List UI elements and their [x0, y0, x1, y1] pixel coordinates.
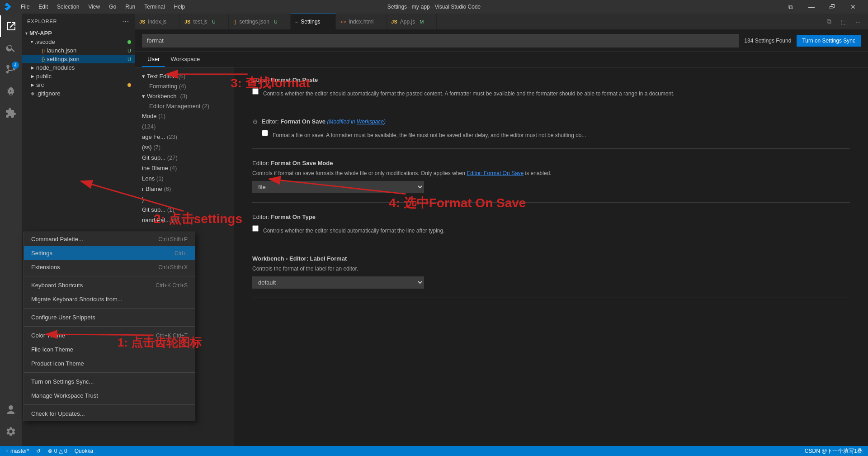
nav-mode[interactable]: Mode (1): [135, 111, 234, 121]
status-bar-left: ⑂ master* ↺ ⊗ 0 △ 0 Quokka: [4, 448, 95, 454]
status-quokka[interactable]: Quokka: [73, 448, 95, 454]
format-on-save-link[interactable]: Editor: Format On Save: [467, 170, 524, 176]
vscode-folder-label: .vscode: [35, 38, 55, 45]
activity-account[interactable]: [0, 399, 22, 421]
menu-help[interactable]: Help: [170, 3, 189, 11]
nav-git-sup2[interactable]: Git sup... (1): [135, 204, 234, 215]
public-label: public: [36, 73, 52, 80]
nav-parens[interactable]: ): [135, 194, 234, 204]
menu-terminal[interactable]: Terminal: [141, 3, 168, 11]
project-name: MY-APP: [29, 30, 52, 37]
activity-search[interactable]: [0, 37, 22, 59]
nav-editor-management[interactable]: Editor Management (2): [135, 101, 234, 111]
status-csdn[interactable]: CSDN @下一个填写1叠: [803, 447, 864, 455]
menu-item-extensions[interactable]: Extensions Ctrl+Shift+X: [24, 260, 195, 274]
tree-item-public[interactable]: ▶ public: [22, 72, 135, 81]
tree-item-root[interactable]: ▾ MY-APP: [22, 29, 135, 38]
nav-124[interactable]: (124): [135, 121, 234, 132]
tree-item-launch-json[interactable]: {} launch.json U: [22, 46, 135, 55]
menu-item-settings[interactable]: Settings Ctrl+,: [24, 246, 195, 260]
settings-body: ▾ Text Editor(6) Formatting (4) ▾ Workbe…: [135, 67, 868, 446]
menu-item-file-icon-theme[interactable]: File Icon Theme: [24, 342, 195, 356]
titlebar: File Edit Selection View Go Run Terminal…: [0, 0, 868, 14]
tab-workspace[interactable]: Workspace: [165, 52, 205, 67]
menu-run[interactable]: Run: [122, 3, 139, 11]
menu-item-turn-on-sync[interactable]: Turn on Settings Sync...: [24, 375, 195, 389]
menu-item-command-palette[interactable]: Command Palette... Ctrl+Shift+P: [24, 232, 195, 246]
tab-test-js[interactable]: JS test.js U ✕: [180, 14, 229, 29]
activity-explorer[interactable]: [0, 15, 22, 37]
sync-settings-button[interactable]: Turn on Settings Sync: [797, 35, 861, 47]
window-btn-layout[interactable]: ⧉: [780, 0, 801, 14]
nav-age-fe[interactable]: age Fe... (23): [135, 132, 234, 142]
menu-item-migrate-keyboard[interactable]: Migrate Keyboard Shortcuts from...: [24, 292, 195, 306]
nav-git-sup[interactable]: Git sup... (27): [135, 152, 234, 163]
nav-text-editor[interactable]: ▾ Text Editor(6): [135, 71, 234, 81]
tree-item-settings-json[interactable]: {} settings.json U: [22, 55, 135, 63]
settings-search-input[interactable]: [142, 34, 739, 48]
format-on-type-title: Editor: Format On Type: [252, 214, 850, 220]
activity-debug[interactable]: [0, 81, 22, 102]
explorer-title: EXPLORER: [27, 19, 57, 24]
settings-content: Editor: Format On Paste Controls whether…: [234, 67, 868, 446]
tab-index-js[interactable]: JS index.js ✕: [135, 14, 180, 29]
menu-item-product-icon-theme[interactable]: Product Icon Theme: [24, 356, 195, 370]
menu-item-color-theme[interactable]: Color Theme Ctrl+K Ctrl+T: [24, 328, 195, 342]
format-on-save-gear[interactable]: ⚙: [252, 118, 258, 125]
tab-user[interactable]: User: [142, 52, 165, 67]
nav-workbench[interactable]: ▾ Workbench(3): [135, 91, 234, 101]
split-editor-button[interactable]: ⧉: [823, 15, 835, 28]
nav-ss[interactable]: (ss) (7): [135, 142, 234, 152]
explorer-more-button[interactable]: ···: [122, 17, 129, 25]
menu-item-keyboard-shortcuts[interactable]: Keyboard Shortcuts Ctrl+K Ctrl+S: [24, 278, 195, 292]
window-title: Settings - my-app - Visual Studio Code: [387, 4, 481, 10]
menu-item-check-updates[interactable]: Check for Updates...: [24, 407, 195, 421]
nav-ine-blame[interactable]: ine Blame (4): [135, 163, 234, 173]
activity-source-control[interactable]: 4: [0, 59, 22, 81]
more-tabs-button[interactable]: ···: [852, 15, 864, 28]
activity-settings[interactable]: [0, 421, 22, 442]
tab-index-html[interactable]: <> index.html ✕: [336, 14, 387, 29]
menu-selection[interactable]: Selection: [53, 3, 83, 11]
snippets-label: Configure User Snippets: [31, 314, 95, 321]
nav-formatting[interactable]: Formatting (4): [135, 81, 234, 91]
color-theme-label: Color Theme: [31, 332, 65, 339]
menu-edit[interactable]: Edit: [35, 3, 52, 11]
keyboard-shortcuts-label: Keyboard Shortcuts: [31, 282, 83, 289]
settings-shortcut: Ctrl+,: [175, 250, 188, 256]
menu-file[interactable]: File: [17, 3, 33, 11]
toggle-panel-button[interactable]: ⬚: [837, 15, 850, 28]
window-btn-maximize[interactable]: 🗗: [822, 0, 843, 14]
menu-item-snippets[interactable]: Configure User Snippets: [24, 310, 195, 324]
tree-item-vscode[interactable]: ▾ .vscode: [22, 38, 135, 46]
status-branch[interactable]: ⑂ master*: [4, 448, 31, 454]
tree-item-src[interactable]: ▶ src: [22, 81, 135, 89]
menu-go[interactable]: Go: [105, 3, 120, 11]
nav-r-blame[interactable]: r Blame (6): [135, 184, 234, 194]
menu-item-workspace-trust[interactable]: Manage Workspace Trust: [24, 389, 195, 403]
settings-toolbar: 134 Settings Found Turn on Settings Sync: [135, 29, 868, 52]
status-errors[interactable]: ⊗ 0 △ 0: [46, 448, 69, 454]
label-format-select[interactable]: default short medium long: [252, 276, 424, 289]
tree-item-gitignore[interactable]: ◆ .gitignore: [22, 89, 135, 98]
nav-lens[interactable]: Lens (1): [135, 173, 234, 184]
window-btn-minimize[interactable]: —: [801, 0, 822, 14]
vscode-logo: [5, 3, 13, 11]
format-on-save-checkbox[interactable]: [262, 130, 268, 136]
format-on-paste-checkbox[interactable]: [252, 88, 259, 95]
window-btn-close[interactable]: ✕: [843, 0, 863, 14]
keyboard-shortcuts-shortcut: Ctrl+K Ctrl+S: [156, 282, 188, 289]
activity-extensions[interactable]: [0, 102, 22, 124]
menu-view[interactable]: View: [85, 3, 104, 11]
nav-nand-pal[interactable]: nand Pal... (1): [135, 215, 234, 225]
tab-settings-json[interactable]: {} settings.json U ✕: [229, 14, 291, 29]
tree-item-node-modules[interactable]: ▶ node_modules: [22, 63, 135, 72]
status-sync[interactable]: ↺: [34, 448, 42, 454]
launch-json-badge: U: [127, 48, 131, 53]
tab-settings[interactable]: ≡ Settings ✕: [291, 14, 336, 29]
format-on-type-checkbox[interactable]: [252, 225, 259, 232]
tab-app-js[interactable]: JS App.js M ✕: [387, 14, 437, 29]
format-on-save-mode-select[interactable]: file modifications modificationsIfAvaila…: [252, 181, 424, 193]
context-menu: Command Palette... Ctrl+Shift+P Settings…: [24, 232, 195, 421]
product-icon-theme-label: Product Icon Theme: [31, 360, 84, 367]
